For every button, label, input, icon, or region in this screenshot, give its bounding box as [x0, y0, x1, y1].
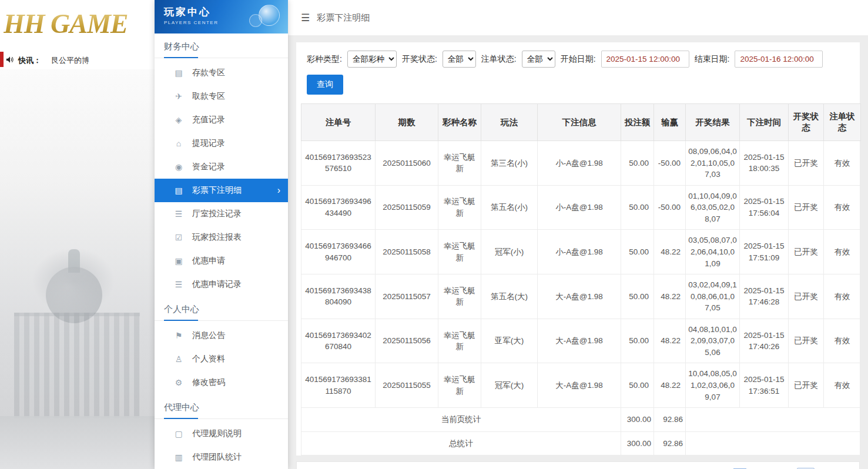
- sidebar-item-deposit-zone[interactable]: ▤存款专区: [155, 61, 288, 85]
- player-report-icon: ☑: [174, 233, 183, 242]
- order-status-label: 注单状态:: [481, 54, 517, 65]
- sidebar-header: 玩家中心 PLAYERS CENTER: [155, 0, 288, 34]
- table-cell: -50.00: [654, 141, 686, 186]
- sidebar-item-withdraw-zone[interactable]: ✈取款专区: [155, 85, 288, 108]
- filter-bar: 彩种类型: 全部彩种 开奖状态: 全部 注单状态: 全部 开始日期: 结束日期:: [301, 51, 855, 68]
- sidebar-item-label: 优惠申请记录: [192, 279, 242, 290]
- sidebar-item-profile[interactable]: ♙个人资料: [155, 347, 288, 371]
- table-cell: 2025-01-15 17:56:04: [740, 185, 789, 230]
- table-cell: 20250115060: [376, 141, 438, 186]
- column-header: 下注信息: [538, 104, 621, 141]
- table-cell: 48.22: [654, 363, 686, 408]
- content-panel: 彩种类型: 全部彩种 开奖状态: 全部 注单状态: 全部 开始日期: 结束日期:…: [296, 42, 860, 455]
- sidebar-item-messages[interactable]: ⚑消息公告: [155, 324, 288, 347]
- table-cell: 2025-01-15 17:51:09: [740, 230, 789, 274]
- table-cell: 已开奖: [789, 185, 824, 230]
- deposit-icon: ▤: [174, 68, 183, 78]
- table-cell: 20250115057: [376, 274, 438, 319]
- table-cell: 2025-01-15 17:36:51: [740, 363, 789, 408]
- end-date-input[interactable]: [735, 51, 823, 68]
- table-cell: 2025-01-15 18:00:35: [740, 141, 789, 186]
- table-cell: 20250115055: [376, 363, 438, 408]
- sidebar-item-label: 优惠申请: [192, 256, 225, 266]
- table-cell: 48.22: [654, 274, 686, 319]
- sidebar-item-player-bet-report[interactable]: ☑玩家投注报表: [155, 226, 288, 249]
- sidebar-item-label: 取款专区: [192, 91, 225, 102]
- app-root: HH GAME 快讯： 艮公平的博 玩家中心 PLAYERS CENTER 财务…: [0, 0, 868, 469]
- table-cell: 20250115056: [376, 319, 438, 363]
- capitol-background-image: [0, 69, 155, 469]
- news-ticker: 快讯： 艮公平的博: [6, 53, 155, 68]
- draw-status-select[interactable]: 全部: [443, 51, 476, 68]
- sidebar-item-lottery-bet-details[interactable]: ▤彩票下注明细›: [155, 179, 288, 202]
- sidebar-item-withdrawal-records[interactable]: ⌂提现记录: [155, 132, 288, 155]
- summary-bet-total: 300.00: [621, 431, 654, 455]
- table-cell: 第五名(小): [481, 185, 538, 230]
- agent-rules-icon: ▢: [174, 429, 183, 438]
- table-cell: 50.00: [621, 319, 654, 363]
- table-cell: 已开奖: [789, 141, 824, 186]
- capitol-ground: [0, 416, 155, 469]
- sidebar-item-funds-records[interactable]: ◉资金记录: [155, 155, 288, 179]
- chevron-right-icon: ›: [277, 185, 280, 196]
- column-header: 下注时间: [740, 104, 789, 141]
- sidebar-item-hall-bet-records[interactable]: ☰厅室投注记录: [155, 202, 288, 226]
- table-cell: 48.22: [654, 319, 686, 363]
- start-date-input[interactable]: [601, 51, 689, 68]
- table-cell: 幸运飞艇新: [438, 363, 481, 408]
- sidebar-item-label: 代理规则说明: [192, 428, 242, 439]
- table-cell: 2025-01-15 17:46:28: [740, 274, 789, 319]
- agent-team-icon: ▥: [174, 453, 183, 462]
- summary-empty-cell: [686, 431, 861, 455]
- sidebar-item-label: 修改密码: [192, 377, 225, 388]
- sidebar-item-label: 消息公告: [192, 330, 225, 341]
- table-cell: 有效: [824, 185, 861, 230]
- withdraw-icon: ✈: [174, 92, 183, 101]
- table-cell: 大-A盘@1.98: [538, 319, 621, 363]
- table-cell: 已开奖: [789, 230, 824, 274]
- table-cell: 03,05,08,07,02,06,04,10,01,09: [686, 230, 740, 274]
- table-cell: 冠军(大): [481, 363, 538, 408]
- ticker-red-marker: [0, 52, 4, 67]
- sidebar-item-agent-rules[interactable]: ▢代理规则说明: [155, 422, 288, 445]
- lottery-detail-icon: ▤: [174, 186, 183, 195]
- sidebar-item-label: 玩家投注报表: [192, 232, 242, 243]
- sidebar-item-label: 个人资料: [192, 354, 225, 364]
- cashout-icon: ⌂: [174, 139, 183, 148]
- table-cell: 401569173693523576510: [301, 141, 376, 186]
- password-icon: ⚙: [174, 378, 183, 387]
- sidebar-subtitle: PLAYERS CENTER: [164, 20, 279, 25]
- main-header: ☰ 彩票下注明细: [288, 0, 868, 35]
- sidebar-item-label: 资金记录: [192, 162, 225, 172]
- table-cell: 50.00: [621, 274, 654, 319]
- sidebar-item-agent-team-stats[interactable]: ▥代理团队统计: [155, 445, 288, 469]
- table-cell: -50.00: [654, 185, 686, 230]
- column-header: 开奖结果: [686, 104, 740, 141]
- sidebar-item-promo-apply[interactable]: ▣优惠申请: [155, 249, 288, 273]
- column-header: 注单号: [301, 104, 376, 141]
- sidebar-section-title: 财务中心: [155, 34, 288, 58]
- search-button[interactable]: 查询: [307, 75, 343, 95]
- table-cell: 03,02,04,09,10,08,06,01,07,05: [686, 274, 740, 319]
- table-cell: 有效: [824, 274, 861, 319]
- menu-toggle-icon[interactable]: ☰: [301, 12, 310, 24]
- column-header: 期数: [376, 104, 438, 141]
- sidebar-item-label: 彩票下注明细: [192, 185, 242, 196]
- summary-winloss-total: 92.86: [654, 431, 686, 455]
- sidebar: 玩家中心 PLAYERS CENTER 财务中心▤存款专区✈取款专区◈充值记录⌂…: [155, 0, 288, 469]
- sidebar-item-label: 代理团队统计: [192, 452, 242, 463]
- summary-row: 总统计300.0092.86: [301, 431, 861, 455]
- table-cell: 幸运飞艇新: [438, 141, 481, 186]
- order-status-select[interactable]: 全部: [522, 51, 555, 68]
- summary-label: 当前页统计: [301, 408, 621, 432]
- sidebar-item-promo-apply-records[interactable]: ☰优惠申请记录: [155, 273, 288, 296]
- lottery-type-select[interactable]: 全部彩种: [347, 51, 397, 68]
- table-cell: 有效: [824, 363, 861, 408]
- table-cell: 50.00: [621, 141, 654, 186]
- summary-label: 总统计: [301, 431, 621, 455]
- draw-status-label: 开奖状态:: [402, 54, 437, 65]
- sidebar-item-change-password[interactable]: ⚙修改密码: [155, 371, 288, 394]
- table-cell: 有效: [824, 230, 861, 274]
- sidebar-item-recharge-records[interactable]: ◈充值记录: [155, 108, 288, 132]
- table-row: 40156917369352357651020250115060幸运飞艇新第三名…: [301, 141, 861, 186]
